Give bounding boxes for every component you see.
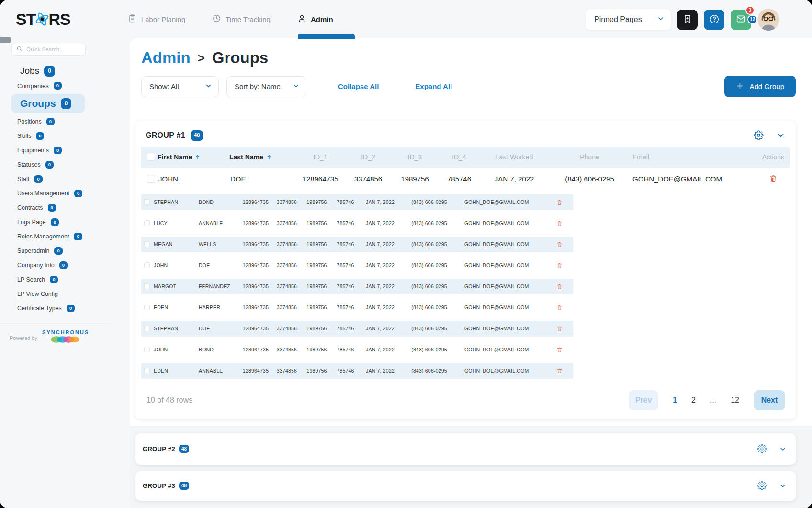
sidebar-item-skills[interactable]: Skills0	[0, 129, 130, 143]
breadcrumb: Admin > Groups	[141, 49, 812, 67]
column-id4[interactable]: ID_4	[438, 153, 481, 161]
sidebar-item-logs-page[interactable]: Logs Page0	[0, 215, 130, 229]
delete-row-button[interactable]	[556, 368, 563, 374]
pinned-pages-select[interactable]: Pinned Pages	[586, 9, 671, 30]
delete-row-button[interactable]	[556, 283, 563, 290]
cell-id4: 785746	[332, 305, 359, 310]
breadcrumb-separator: >	[198, 51, 205, 66]
delete-row-button[interactable]	[556, 220, 563, 226]
page-number-12[interactable]: 12	[731, 396, 739, 405]
delete-row-button[interactable]	[556, 241, 563, 248]
group-card-3[interactable]: GROUP #3 48	[135, 471, 796, 501]
cell-phone: (843) 606-0295	[402, 326, 457, 331]
column-phone[interactable]: Phone	[548, 153, 632, 161]
add-group-label: Add Group	[749, 82, 784, 90]
cell-id4: 785746	[332, 283, 359, 289]
add-group-button[interactable]: Add Group	[724, 76, 796, 97]
sidebar-item-equipments[interactable]: Equipments0	[0, 143, 130, 158]
user-avatar[interactable]	[757, 9, 779, 31]
clipboard-icon	[128, 14, 137, 24]
app-logo: ST RS	[16, 10, 70, 29]
row-checkbox[interactable]	[144, 199, 150, 205]
sidebar-item-certificate-types[interactable]: Certificate Types0	[0, 301, 130, 316]
table-rows: STEPHAN BOND 128964735 3374856 1989756 7…	[141, 194, 790, 379]
search-icon	[16, 45, 23, 54]
sidebar-item-statuses[interactable]: Statuses0	[0, 158, 130, 172]
gear-icon	[754, 130, 764, 140]
sidebar-collapse-handle[interactable]	[0, 37, 11, 43]
sidebar-item-positions[interactable]: Positions0	[0, 114, 130, 129]
show-filter-select[interactable]: Show: All	[141, 76, 219, 97]
row-checkbox[interactable]	[144, 283, 150, 289]
cell-first-name: STEPHAN	[153, 326, 198, 331]
row-checkbox[interactable]	[144, 368, 150, 373]
delete-row-button[interactable]	[556, 199, 563, 205]
bookmark-add-button[interactable]	[677, 10, 698, 30]
row-checkbox[interactable]	[144, 241, 150, 247]
group-expand-button[interactable]	[779, 445, 787, 453]
group-collapse-button[interactable]	[777, 131, 785, 140]
collapse-all-link[interactable]: Collapse All	[338, 82, 379, 90]
cell-first-name: EDEN	[153, 368, 198, 373]
row-checkbox[interactable]	[147, 175, 155, 183]
column-last-name[interactable]: Last Name	[229, 153, 296, 161]
page-number-2[interactable]: 2	[691, 396, 696, 405]
row-checkbox[interactable]	[144, 347, 150, 352]
tab-admin[interactable]: Admin	[297, 14, 333, 24]
delete-row-button[interactable]	[556, 262, 563, 269]
prev-page-button[interactable]: Prev	[629, 390, 658, 410]
sidebar-item-superadmin[interactable]: Superadmin0	[0, 244, 130, 258]
breadcrumb-admin[interactable]: Admin	[141, 49, 191, 67]
sidebar-item-lp-search[interactable]: LP Search0	[0, 272, 130, 287]
cell-last-name: ANNABLE	[198, 368, 239, 373]
row-checkbox[interactable]	[144, 262, 150, 268]
column-email[interactable]: Email	[632, 153, 756, 161]
quick-search-input[interactable]	[25, 46, 81, 53]
column-last-worked[interactable]: Last Worked	[481, 153, 548, 161]
sidebar-item-users-management[interactable]: Users Management0	[0, 186, 130, 201]
notification-badge-blue: 12	[747, 15, 757, 24]
column-first-name[interactable]: First Name	[158, 153, 229, 161]
column-id1[interactable]: ID_1	[296, 153, 344, 161]
cell-id1: 128964735	[239, 220, 272, 226]
column-id3[interactable]: ID_3	[392, 153, 438, 161]
row-checkbox[interactable]	[144, 220, 150, 226]
delete-row-button[interactable]	[556, 347, 563, 353]
help-button[interactable]	[704, 10, 724, 30]
tab-time-tracking[interactable]: Time Tracking	[212, 14, 271, 24]
select-all-checkbox[interactable]	[147, 153, 155, 161]
messages-button[interactable]: 3 12	[731, 10, 751, 30]
delete-row-button[interactable]	[556, 305, 563, 311]
sidebar-item-staff[interactable]: Staff0	[0, 172, 130, 186]
tab-label: Admin	[311, 15, 333, 23]
sidebar-item-roles-management[interactable]: Roles Management0	[0, 229, 130, 244]
group-expand-button[interactable]	[779, 482, 787, 490]
sidebar-item-contracts[interactable]: Contracts0	[0, 201, 130, 215]
sort-filter-select[interactable]: Sort by: Name	[226, 76, 306, 97]
sidebar-item-lp-view-config[interactable]: LP View Config	[0, 287, 130, 301]
page-number-1[interactable]: 1	[673, 396, 677, 405]
group-settings-button[interactable]	[757, 444, 767, 453]
column-id2[interactable]: ID_2	[344, 153, 392, 161]
cell-id1: 128964735	[239, 283, 272, 289]
cell-first-name: JOHN	[153, 347, 198, 352]
sidebar-item-jobs[interactable]: Jobs0	[0, 63, 130, 79]
row-checkbox[interactable]	[144, 326, 150, 331]
expand-all-link[interactable]: Expand All	[415, 82, 452, 90]
delete-row-button[interactable]	[556, 326, 563, 332]
sidebar-item-companies[interactable]: Companies0	[0, 79, 130, 92]
chevron-down-icon	[657, 15, 665, 24]
row-checkbox[interactable]	[144, 305, 150, 310]
group-card-2[interactable]: GROUP #2 48	[135, 433, 796, 465]
sidebar-item-groups[interactable]: Groups0	[11, 94, 85, 113]
group-settings-button[interactable]	[754, 130, 764, 140]
cell-last-name: DOE	[229, 175, 296, 183]
tab-labor-planing[interactable]: Labor Planing	[128, 14, 186, 24]
next-page-button[interactable]: Next	[754, 390, 785, 410]
sidebar-item-company-info[interactable]: Company Info0	[0, 258, 130, 272]
cell-email: GOHN_DOE@GMAIL.COM	[457, 347, 546, 352]
delete-row-button[interactable]	[769, 174, 778, 183]
trash-icon	[556, 305, 563, 311]
group-settings-button[interactable]	[757, 481, 767, 490]
count-badge: 0	[67, 305, 75, 312]
